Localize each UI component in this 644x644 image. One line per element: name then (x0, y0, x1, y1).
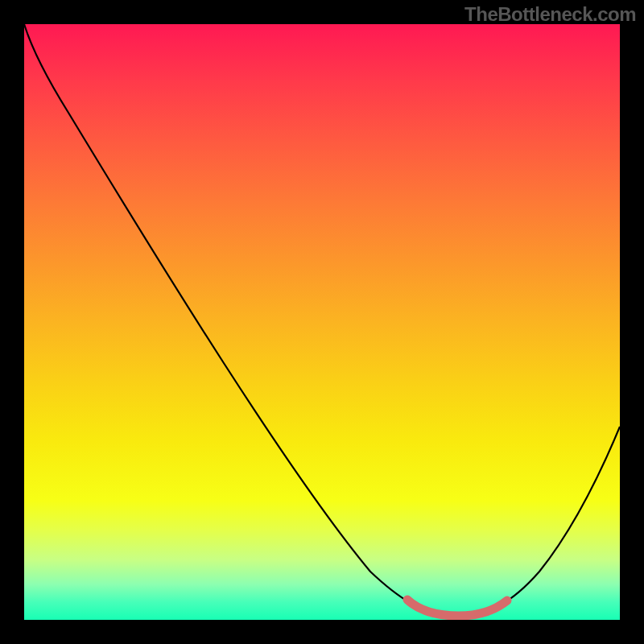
bottleneck-curve (24, 24, 620, 616)
watermark-text: TheBottleneck.com (464, 3, 636, 26)
chart-container: TheBottleneck.com (0, 0, 644, 644)
plot-area (24, 24, 620, 620)
highlight-segment (407, 600, 507, 616)
curve-svg (24, 24, 620, 620)
